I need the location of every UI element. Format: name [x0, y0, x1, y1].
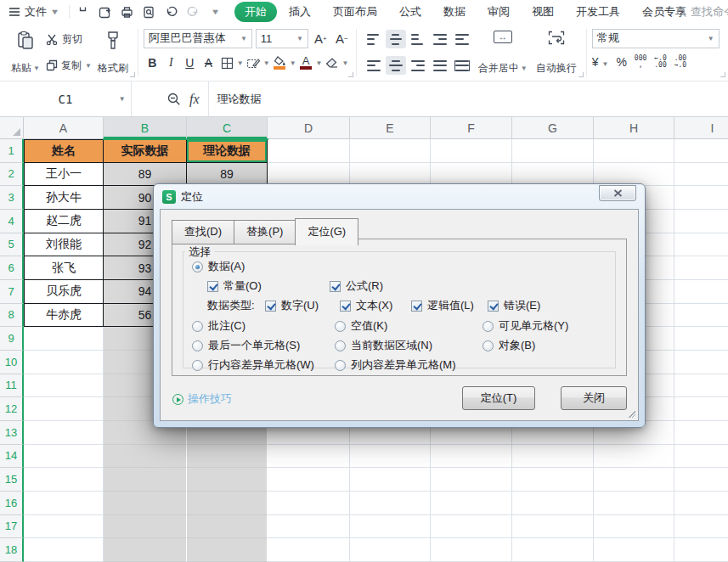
- cell-B18[interactable]: [104, 538, 187, 562]
- cell-B1[interactable]: 实际数据: [104, 139, 187, 163]
- select-all-corner[interactable]: [0, 117, 24, 139]
- cell-I17[interactable]: [674, 515, 728, 539]
- row-header-11[interactable]: 11: [0, 374, 24, 398]
- align-right-button[interactable]: [408, 56, 428, 75]
- row-header-13[interactable]: 13: [0, 421, 24, 445]
- radio-data-radio[interactable]: 数据(A): [192, 259, 245, 274]
- column-header-D[interactable]: D: [268, 117, 350, 139]
- dialog-title-bar[interactable]: S 定位: [154, 184, 645, 209]
- cell-H17[interactable]: [594, 515, 674, 539]
- justify-button[interactable]: [430, 56, 450, 75]
- align-center-button[interactable]: [386, 56, 406, 75]
- fill-color-caret[interactable]: ▼: [290, 59, 296, 67]
- cell-I3[interactable]: [674, 186, 728, 210]
- cell-F17[interactable]: [431, 515, 512, 539]
- ribbon-tab-审阅[interactable]: 审阅: [477, 2, 520, 22]
- cell-D15[interactable]: [268, 468, 350, 492]
- ribbon-tab-插入[interactable]: 插入: [279, 2, 321, 22]
- row-header-6[interactable]: 6: [0, 256, 24, 280]
- row-header-1[interactable]: 1: [0, 139, 24, 163]
- column-header-C[interactable]: C: [187, 117, 268, 139]
- cell-I15[interactable]: [674, 468, 728, 492]
- cell-C18[interactable]: [187, 538, 268, 562]
- cell-A9[interactable]: [24, 327, 104, 351]
- currency-button[interactable]: ¥ ▼: [592, 55, 609, 69]
- cell-A13[interactable]: [24, 421, 104, 445]
- cut-button[interactable]: 剪切: [46, 31, 92, 48]
- row-header-12[interactable]: 12: [0, 397, 24, 421]
- cell-I12[interactable]: [674, 397, 728, 421]
- row-header-10[interactable]: 10: [0, 351, 24, 374]
- cell-E14[interactable]: [350, 445, 431, 469]
- ribbon-tab-开始[interactable]: 开始: [234, 2, 277, 22]
- cell-I9[interactable]: [674, 327, 728, 351]
- valign-middle-button[interactable]: [386, 30, 406, 48]
- cell-H14[interactable]: [594, 445, 674, 469]
- ribbon-tab-页面布局[interactable]: 页面布局: [323, 2, 387, 22]
- underline-button[interactable]: U: [181, 53, 199, 72]
- column-header-B[interactable]: B: [104, 117, 187, 139]
- wrap-text-button[interactable]: 自动换行: [532, 27, 581, 78]
- cell-I14[interactable]: [674, 445, 728, 469]
- export-icon[interactable]: [95, 3, 116, 21]
- fx-icon[interactable]: fx: [189, 92, 200, 107]
- cell-G18[interactable]: [512, 538, 594, 562]
- cell-B14[interactable]: [104, 445, 187, 469]
- tips-link[interactable]: 操作技巧: [172, 391, 232, 407]
- cell-I5[interactable]: [674, 233, 728, 257]
- ribbon-tab-公式[interactable]: 公式: [389, 2, 432, 22]
- cell-A1[interactable]: 姓名: [24, 139, 104, 163]
- cell-A10[interactable]: [24, 351, 104, 374]
- cell-A17[interactable]: [24, 515, 104, 539]
- align-left-button[interactable]: [364, 56, 384, 75]
- cell-C15[interactable]: [187, 468, 268, 492]
- ribbon-tab-数据[interactable]: 数据: [433, 2, 476, 22]
- cell-I8[interactable]: [674, 304, 728, 328]
- draw-border-caret[interactable]: ▼: [263, 59, 270, 67]
- cell-C17[interactable]: [187, 515, 268, 539]
- cell-H1[interactable]: [594, 139, 674, 163]
- radio-last-cell[interactable]: 最后一个单元格(S): [192, 338, 300, 353]
- file-menu[interactable]: 文件 ▼: [0, 0, 65, 24]
- cell-G17[interactable]: [512, 515, 594, 539]
- cell-A4[interactable]: 赵二虎: [24, 210, 104, 233]
- decrease-decimal-button[interactable]: ←.0 .00: [654, 55, 666, 69]
- checkbox-numbers[interactable]: 数字(U): [265, 298, 319, 313]
- cell-H15[interactable]: [594, 468, 674, 492]
- cell-H18[interactable]: [594, 538, 674, 562]
- dialog-tab-定位(G)[interactable]: 定位(G): [295, 218, 358, 245]
- increase-indent-button[interactable]: [452, 30, 472, 48]
- cell-I16[interactable]: [674, 492, 728, 515]
- cell-C14[interactable]: [187, 445, 268, 469]
- cell-A11[interactable]: [24, 374, 104, 398]
- borders-caret[interactable]: ▼: [237, 59, 244, 67]
- font-name-select[interactable]: 阿里巴巴普惠体▼: [144, 29, 252, 48]
- cell-G1[interactable]: [512, 139, 594, 163]
- cell-A12[interactable]: [24, 397, 104, 421]
- italic-button[interactable]: I: [162, 53, 180, 72]
- cell-E15[interactable]: [350, 468, 431, 492]
- cell-I6[interactable]: [674, 256, 728, 280]
- cell-D16[interactable]: [268, 492, 350, 515]
- cell-I7[interactable]: [674, 280, 728, 304]
- cell-I1[interactable]: [674, 139, 728, 163]
- resize-grip[interactable]: [629, 411, 635, 418]
- cell-A18[interactable]: [24, 538, 104, 562]
- cell-G16[interactable]: [512, 492, 594, 515]
- cell-I18[interactable]: [674, 538, 728, 562]
- cell-D17[interactable]: [268, 515, 350, 539]
- row-header-5[interactable]: 5: [0, 233, 24, 257]
- cell-E18[interactable]: [350, 538, 431, 562]
- radio-current-region[interactable]: 当前数据区域(N): [335, 338, 432, 353]
- cell-E16[interactable]: [350, 492, 431, 515]
- row-header-8[interactable]: 8: [0, 304, 24, 328]
- cell-A14[interactable]: [24, 445, 104, 469]
- percent-button[interactable]: %: [616, 55, 626, 69]
- dialog-tab-查找(D)[interactable]: 查找(D): [172, 220, 234, 244]
- cell-F14[interactable]: [431, 445, 512, 469]
- column-header-F[interactable]: F: [431, 117, 512, 139]
- row-header-16[interactable]: 16: [0, 492, 24, 515]
- cell-A2[interactable]: 王小一: [24, 163, 104, 187]
- radio-comments[interactable]: 批注(C): [192, 318, 245, 334]
- cell-C16[interactable]: [187, 492, 268, 515]
